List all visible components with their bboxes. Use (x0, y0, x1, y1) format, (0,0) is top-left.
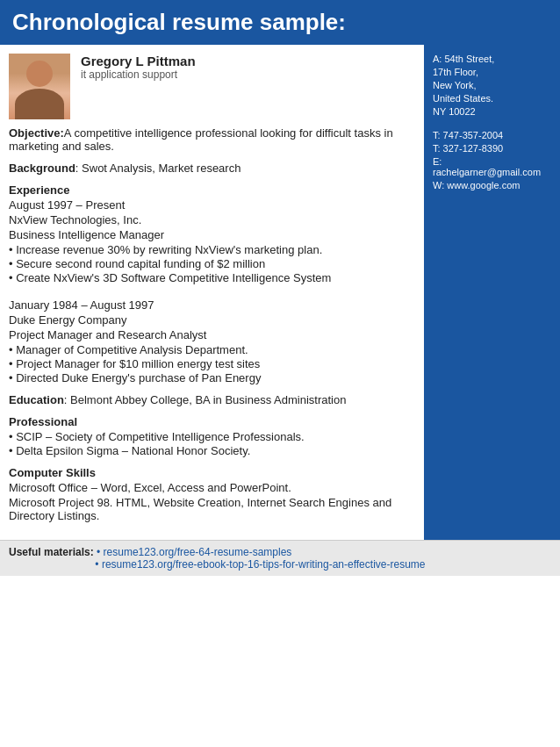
page-title: Chronological resume sample: (0, 0, 560, 45)
contact-sidebar: A: 54th Street, 17th Floor, New York, Un… (424, 45, 560, 540)
computer-skills-heading: Computer Skills (9, 466, 412, 479)
objective-label: Objective: (9, 126, 64, 140)
experience-section: Experience August 1997 – Present NxView … (9, 183, 412, 384)
useful-link-1[interactable]: • resume123.org/free-64-resume-samples (97, 546, 291, 558)
candidate-role: it application support (81, 68, 196, 81)
education-section: Education: Belmont Abbey College, BA in … (9, 393, 412, 406)
professional-bullet-2: • Delta Epsilon Sigma – National Honor S… (9, 444, 412, 457)
job1-dates: August 1997 – Present (9, 198, 412, 212)
job2-title: Project Manager and Research Analyst (9, 328, 412, 341)
background-text: : Swot Analysis, Market research (75, 162, 241, 175)
contact-address2: 17th Floor, (433, 67, 551, 77)
experience-heading: Experience (9, 183, 412, 197)
name-title: Gregory L Pittman it application support (81, 54, 196, 81)
useful-link-2[interactable]: • resume123.org/free-ebook-top-16-tips-f… (95, 558, 425, 571)
job1-bullet-2: • Secure second round capital funding of… (9, 257, 412, 270)
contact-address: A: 54th Street, (433, 54, 551, 64)
avatar (9, 54, 70, 119)
job1-company: NxView Technologies, Inc. (9, 213, 412, 226)
contact-website: W: www.google.com (433, 180, 551, 190)
job1-title: Business Intelligence Manager (9, 228, 412, 241)
job2-bullet-2: • Project Manager for $10 million energy… (9, 357, 412, 370)
job1-bullet-3: • Create NxView's 3D Software Competitiv… (9, 271, 412, 284)
professional-heading: Professional (9, 415, 412, 428)
education-label: Education (9, 393, 64, 406)
job2-bullet-3: • Directed Duke Energy's purchase of Pan… (9, 371, 412, 384)
computer-skills-line-2: Microsoft Project 98. HTML, Website Crea… (9, 496, 412, 522)
contact-country: United States. (433, 93, 551, 104)
professional-bullet-1: • SCIP – Society of Competitive Intellig… (9, 430, 412, 443)
education-text: : Belmont Abbey College, BA in Business … (64, 393, 347, 406)
computer-skills-line-1: Microsoft Office – Word, Excel, Access a… (9, 481, 412, 494)
background-label: Background (9, 162, 75, 175)
job2-dates: January 1984 – August 1997 (9, 298, 412, 312)
contact-email: E: rachelgarner@gmail.com (433, 156, 551, 177)
objective-text: A competitive intelligence professional … (9, 126, 393, 153)
contact-phone1: T: 747-357-2004 (433, 130, 551, 140)
contact-city: New York, (433, 80, 551, 90)
useful-materials-section: Useful materials: • resume123.org/free-6… (0, 540, 560, 576)
candidate-name: Gregory L Pittman (81, 54, 196, 68)
contact-zip: NY 10022 (433, 106, 551, 117)
contact-phone2: T: 327-127-8390 (433, 143, 551, 154)
computer-skills-section: Computer Skills Microsoft Office – Word,… (9, 466, 412, 522)
header-section: Gregory L Pittman it application support (9, 54, 412, 119)
background-section: Background: Swot Analysis, Market resear… (9, 162, 412, 175)
job2-company: Duke Energy Company (9, 313, 412, 327)
professional-section: Professional • SCIP – Society of Competi… (9, 415, 412, 457)
job1-bullet-1: • Increase revenue 30% by rewriting NxVi… (9, 243, 412, 256)
objective-section: Objective:A competitive intelligence pro… (9, 126, 412, 153)
job2-bullet-1: • Manager of Competitive Analysis Depart… (9, 343, 412, 356)
useful-materials-label: Useful materials: (9, 546, 94, 558)
